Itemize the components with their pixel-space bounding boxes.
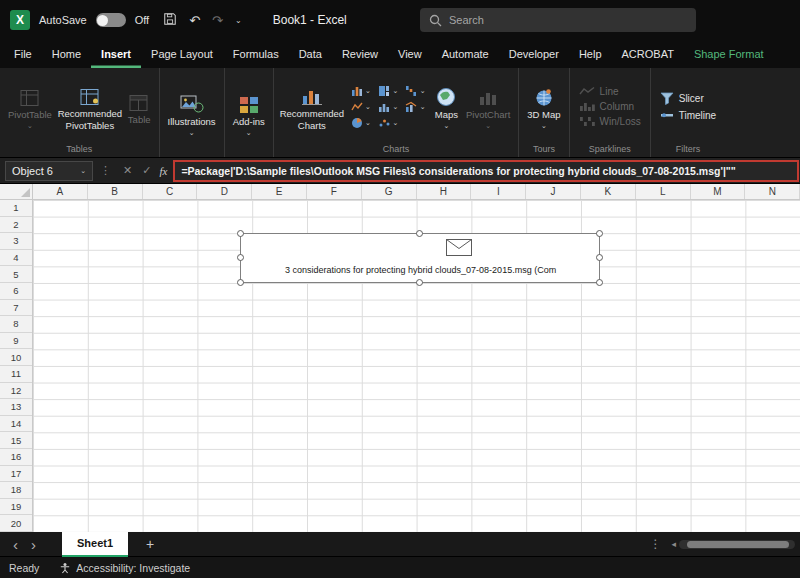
row-header-9[interactable]: 9	[0, 333, 32, 350]
row-header-15[interactable]: 15	[0, 432, 32, 449]
sparkline-column-button[interactable]: Column	[574, 100, 646, 113]
column-header-H[interactable]: H	[417, 184, 472, 199]
row-header-11[interactable]: 11	[0, 366, 32, 383]
column-header-M[interactable]: M	[691, 184, 746, 199]
insert-hierarchy-chart-button[interactable]: ⌄	[378, 85, 398, 97]
slicer-button[interactable]: Slicer	[655, 91, 721, 106]
tab-page-layout[interactable]: Page Layout	[141, 40, 223, 68]
select-all-corner[interactable]	[0, 184, 33, 200]
tab-file[interactable]: File	[4, 40, 42, 68]
row-header-18[interactable]: 18	[0, 482, 32, 499]
formula-bar-options-icon[interactable]: ⋮	[100, 164, 111, 177]
row-header-16[interactable]: 16	[0, 449, 32, 466]
insert-statistic-chart-button[interactable]: ⌄	[378, 101, 398, 113]
resize-handle[interactable]	[237, 254, 244, 261]
sheet-tab-sheet1[interactable]: Sheet1	[62, 532, 128, 557]
resize-handle[interactable]	[596, 230, 603, 237]
maps-button[interactable]: Maps ⌄	[431, 82, 462, 131]
tab-formulas[interactable]: Formulas	[223, 40, 289, 68]
sheet-bar-options-icon[interactable]: ⋮	[649, 537, 661, 551]
save-button[interactable]	[163, 12, 177, 28]
column-header-D[interactable]: D	[197, 184, 252, 199]
illustrations-button[interactable]: Illustrations ⌄	[164, 89, 220, 138]
search-input[interactable]: Search	[420, 8, 696, 32]
tab-shape-format[interactable]: Shape Format	[684, 40, 774, 68]
tab-developer[interactable]: Developer	[499, 40, 569, 68]
tab-automate[interactable]: Automate	[432, 40, 499, 68]
resize-handle[interactable]	[596, 279, 603, 286]
add-ins-button[interactable]: Add-ins ⌄	[229, 89, 269, 138]
column-header-F[interactable]: F	[307, 184, 362, 199]
resize-handle[interactable]	[237, 230, 244, 237]
row-header-2[interactable]: 2	[0, 217, 32, 234]
enter-icon[interactable]: ✓	[142, 164, 151, 177]
resize-handle[interactable]	[596, 254, 603, 261]
insert-pie-chart-button[interactable]: ⌄	[351, 117, 371, 129]
row-header-14[interactable]: 14	[0, 416, 32, 433]
row-header-13[interactable]: 13	[0, 399, 32, 416]
insert-column-chart-button[interactable]: ⌄	[351, 85, 371, 97]
column-header-N[interactable]: N	[745, 184, 800, 199]
row-header-6[interactable]: 6	[0, 283, 32, 300]
resize-handle[interactable]	[416, 230, 423, 237]
row-header-7[interactable]: 7	[0, 300, 32, 317]
autosave-toggle[interactable]	[96, 13, 126, 27]
customize-toolbar-chevron-icon[interactable]: ⌄	[235, 16, 242, 25]
row-header-19[interactable]: 19	[0, 499, 32, 516]
column-header-J[interactable]: J	[526, 184, 581, 199]
cancel-icon[interactable]: ✕	[123, 164, 132, 177]
scroll-left-icon[interactable]: ◂	[671, 539, 676, 549]
sparkline-winloss-button[interactable]: Win/Loss	[574, 115, 646, 128]
row-header-10[interactable]: 10	[0, 349, 32, 366]
column-header-C[interactable]: C	[143, 184, 198, 199]
accessibility-status[interactable]: Accessibility: Investigate	[59, 562, 190, 574]
column-header-A[interactable]: A	[33, 184, 88, 199]
pivotchart-button[interactable]: PivotChart ⌄	[462, 82, 514, 131]
tab-acrobat[interactable]: ACROBAT	[612, 40, 684, 68]
row-header-1[interactable]: 1	[0, 200, 32, 217]
tab-help[interactable]: Help	[569, 40, 612, 68]
formula-input[interactable]: =Package|'D:\Sample files\Outlook MSG Fi…	[173, 160, 799, 182]
insert-scatter-chart-button[interactable]: ⌄	[378, 117, 398, 129]
column-header-L[interactable]: L	[636, 184, 691, 199]
row-header-17[interactable]: 17	[0, 466, 32, 483]
resize-handle[interactable]	[237, 279, 244, 286]
tab-view[interactable]: View	[388, 40, 432, 68]
horizontal-scrollbar[interactable]	[679, 540, 795, 549]
row-header-20[interactable]: 20	[0, 515, 32, 532]
pivottable-button[interactable]: PivotTable ⌄	[4, 82, 56, 131]
tab-insert[interactable]: Insert	[91, 40, 141, 68]
3d-map-button[interactable]: 3D Map ⌄	[523, 82, 564, 131]
resize-handle[interactable]	[416, 279, 423, 286]
next-sheet-icon[interactable]: ›	[31, 537, 36, 552]
tab-data[interactable]: Data	[289, 40, 332, 68]
recommended-pivottables-button[interactable]: Recommended PivotTables	[56, 81, 124, 131]
insert-function-button[interactable]: fx	[159, 165, 167, 177]
sparkline-line-button[interactable]: Line	[574, 85, 646, 98]
tab-review[interactable]: Review	[332, 40, 388, 68]
horizontal-scrollbar-thumb[interactable]	[687, 541, 789, 548]
row-header-3[interactable]: 3	[0, 233, 32, 250]
row-header-12[interactable]: 12	[0, 383, 32, 400]
column-header-I[interactable]: I	[471, 184, 526, 199]
undo-button[interactable]: ↶	[189, 14, 200, 27]
insert-line-chart-button[interactable]: ⌄	[351, 101, 371, 113]
row-header-8[interactable]: 8	[0, 316, 32, 333]
name-box[interactable]: Object 6 ⌄	[5, 161, 93, 181]
column-header-K[interactable]: K	[581, 184, 636, 199]
insert-combo-chart-button[interactable]: ⌄	[405, 101, 425, 113]
row-header-5[interactable]: 5	[0, 266, 32, 283]
redo-button[interactable]: ↷	[212, 14, 223, 27]
new-sheet-button[interactable]: +	[146, 537, 154, 551]
recommended-charts-button[interactable]: Recommended Charts	[278, 81, 346, 131]
embedded-msg-object[interactable]: 3 considerations for protecting hybrid c…	[240, 233, 600, 283]
insert-waterfall-chart-button[interactable]: ⌄	[405, 85, 425, 97]
row-header-4[interactable]: 4	[0, 250, 32, 267]
column-header-B[interactable]: B	[88, 184, 143, 199]
previous-sheet-icon[interactable]: ‹	[13, 537, 18, 552]
column-header-G[interactable]: G	[362, 184, 417, 199]
table-button[interactable]: Table	[124, 87, 155, 126]
timeline-button[interactable]: Timeline	[655, 108, 721, 122]
column-header-E[interactable]: E	[252, 184, 307, 199]
tab-home[interactable]: Home	[42, 40, 91, 68]
